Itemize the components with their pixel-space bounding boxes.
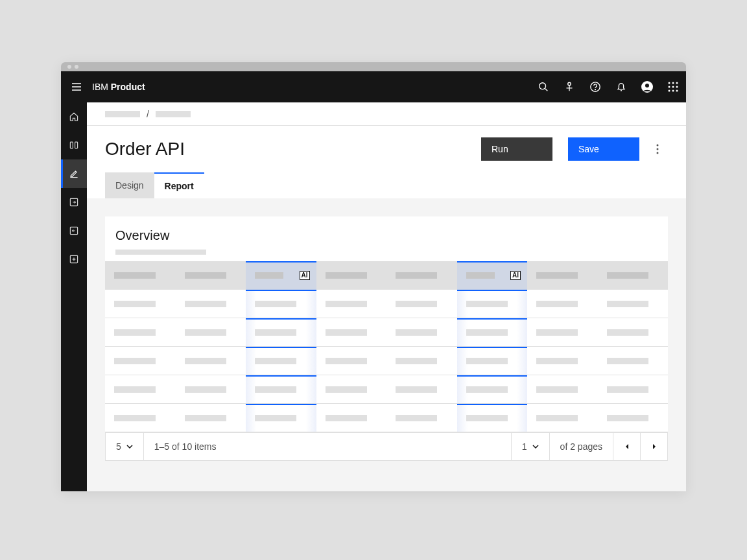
notification-bell-icon[interactable] xyxy=(608,71,634,102)
nav-catalog-icon[interactable] xyxy=(61,131,87,159)
breadcrumb-item[interactable] xyxy=(156,111,191,117)
column-header[interactable] xyxy=(598,261,669,290)
brand-name: Product xyxy=(111,82,145,92)
user-avatar-icon[interactable] xyxy=(634,71,660,102)
svg-point-13 xyxy=(676,82,678,84)
nav-add-icon[interactable] xyxy=(61,245,87,274)
app-switcher-icon[interactable] xyxy=(660,71,686,102)
menu-icon[interactable] xyxy=(61,71,92,102)
svg-point-10 xyxy=(645,84,649,88)
tab-design[interactable]: Design xyxy=(105,172,154,198)
caret-left-icon xyxy=(624,443,630,450)
column-header[interactable] xyxy=(386,261,457,290)
table-header-row: AI AI xyxy=(105,261,668,290)
overview-panel: Overview AI xyxy=(105,216,668,461)
window-control-dot[interactable] xyxy=(67,65,71,69)
table-row[interactable] xyxy=(105,290,668,318)
svg-point-5 xyxy=(568,82,571,86)
help-icon[interactable] xyxy=(582,71,608,102)
table-row[interactable] xyxy=(105,404,668,432)
page-title: Order API xyxy=(105,139,481,159)
save-button[interactable]: Save xyxy=(568,137,639,161)
chevron-down-icon xyxy=(532,445,539,449)
breadcrumb-separator: / xyxy=(147,109,149,119)
app-window: IBM Product xyxy=(61,62,686,491)
main-content: / Order API Run Save Design Report O xyxy=(87,102,686,491)
svg-point-11 xyxy=(669,82,670,84)
breadcrumb-item[interactable] xyxy=(105,111,140,117)
svg-line-4 xyxy=(545,89,548,91)
panel-header: Overview xyxy=(105,216,668,261)
svg-rect-21 xyxy=(75,142,78,148)
nav-import-icon[interactable] xyxy=(61,188,87,216)
next-page-button[interactable] xyxy=(640,433,667,460)
svg-point-16 xyxy=(676,86,678,88)
page-size-value: 5 xyxy=(116,441,121,452)
pagination-range: 1–5 of 10 items xyxy=(144,433,227,460)
route-icon[interactable] xyxy=(556,71,582,102)
caret-right-icon xyxy=(652,443,657,450)
tab-panel-report: Overview AI xyxy=(87,198,686,491)
tabs: Design Report xyxy=(105,172,668,198)
run-button[interactable]: Run xyxy=(481,137,552,161)
svg-point-15 xyxy=(672,86,674,88)
breadcrumb: / xyxy=(87,102,686,126)
ai-label-icon: AI xyxy=(510,271,521,280)
page-total: of 2 pages xyxy=(550,433,613,460)
column-header[interactable] xyxy=(316,261,387,290)
ai-label-icon: AI xyxy=(300,271,310,280)
brand-prefix: IBM xyxy=(92,82,108,92)
table-row[interactable] xyxy=(105,347,668,375)
window-titlebar xyxy=(61,62,686,71)
chevron-down-icon xyxy=(126,445,133,449)
svg-point-30 xyxy=(657,152,659,154)
search-icon[interactable] xyxy=(530,71,556,102)
panel-subtitle-placeholder xyxy=(115,250,206,255)
column-header[interactable] xyxy=(176,261,246,290)
page-number-select[interactable]: 1 xyxy=(511,433,550,460)
column-header[interactable] xyxy=(105,261,176,290)
nav-edit-icon[interactable] xyxy=(61,159,87,188)
svg-point-12 xyxy=(672,82,674,84)
global-header: IBM Product xyxy=(61,71,686,102)
side-nav xyxy=(61,102,87,491)
overflow-menu-icon[interactable] xyxy=(647,137,668,161)
table-row[interactable] xyxy=(105,375,668,404)
svg-point-18 xyxy=(672,90,674,92)
pagination: 5 1–5 of 10 items 1 of 2 pages xyxy=(105,432,668,461)
nav-export-icon[interactable] xyxy=(61,216,87,245)
body: / Order API Run Save Design Report O xyxy=(61,102,686,491)
svg-point-17 xyxy=(669,90,670,92)
page-header: Order API Run Save xyxy=(87,126,686,161)
column-header[interactable] xyxy=(527,261,598,290)
svg-point-3 xyxy=(540,83,546,89)
svg-point-19 xyxy=(676,90,678,92)
tab-report[interactable]: Report xyxy=(154,172,204,198)
panel-title: Overview xyxy=(115,228,658,243)
svg-point-14 xyxy=(669,86,670,88)
nav-home-icon[interactable] xyxy=(61,102,87,131)
svg-point-28 xyxy=(657,145,659,146)
ai-column-header[interactable]: AI xyxy=(246,261,316,290)
page-number-value: 1 xyxy=(522,441,527,452)
brand: IBM Product xyxy=(92,82,145,92)
ai-column-header[interactable]: AI xyxy=(457,261,528,290)
svg-rect-20 xyxy=(70,142,73,148)
data-table: AI AI xyxy=(105,261,668,432)
previous-page-button[interactable] xyxy=(613,433,640,460)
svg-point-8 xyxy=(595,89,596,90)
page-size-select[interactable]: 5 xyxy=(106,433,144,460)
table-row[interactable] xyxy=(105,318,668,347)
window-control-dot[interactable] xyxy=(75,65,78,69)
svg-point-29 xyxy=(657,148,659,150)
